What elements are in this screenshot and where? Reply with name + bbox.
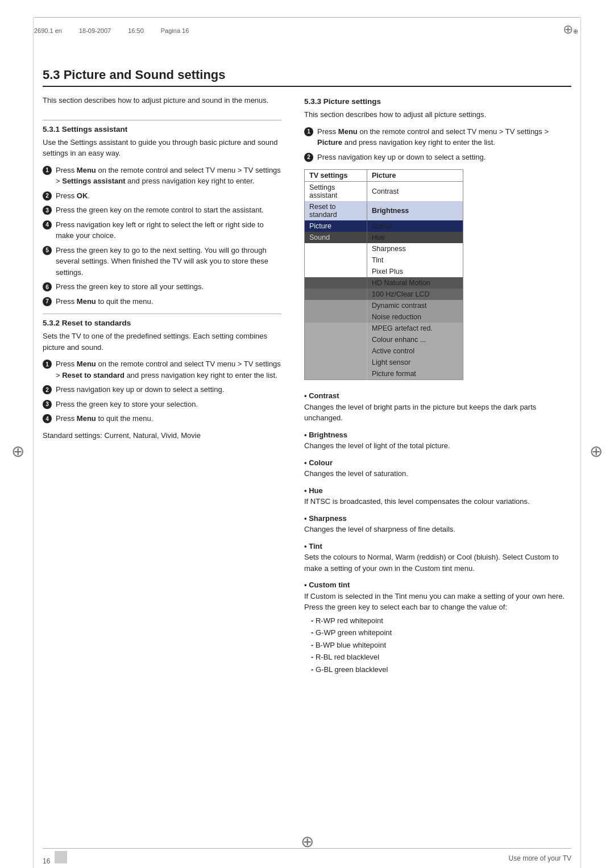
tv-menu-cell: Brightness [367, 201, 463, 220]
tv-menu-cell: MPEG artefact red. [367, 323, 463, 334]
footer: 16 Use more of your TV [0, 851, 614, 865]
table-row: Noise reduction [305, 311, 463, 323]
tv-menu-cell [305, 323, 367, 334]
tv-menu-cell: Sound [305, 232, 367, 243]
step-text-531-1: Press Menu on the remote control and sel… [56, 165, 281, 187]
left-crosshair-icon: ⊕ [11, 442, 24, 461]
table-row: Pixel Plus [305, 266, 463, 277]
doc-time: 16:50 [128, 27, 144, 34]
table-row: Light sensor [305, 357, 463, 368]
left-margin [33, 17, 34, 868]
step-text-531-2: Press OK. [56, 190, 281, 202]
table-row: Picture Colour [305, 220, 463, 232]
step-text-531-6: Press the green key to store all your se… [56, 281, 281, 293]
table-row: Colour enhanc ... [305, 334, 463, 345]
tv-menu-table: TV settings Picture Settings assistant C… [304, 169, 463, 380]
step-num-532-3: 3 [43, 400, 52, 409]
subsection-533-title: 5.3.3 Picture settings [304, 97, 571, 106]
step-num-7: 7 [43, 297, 52, 306]
content-area: 5.3 Picture and Sound settings This sect… [43, 39, 571, 681]
tv-menu-cell: Light sensor [367, 357, 463, 368]
bullet-hue: Hue If NTSC is broadcasted, this level c… [304, 485, 571, 507]
step-text-531-4: Press navigation key left or right to se… [56, 219, 281, 241]
step-num-1: 1 [43, 166, 52, 175]
tv-menu-cell [305, 357, 367, 368]
custom-tint-subitems: R-WP red whitepoint G-WP green whitepoin… [304, 615, 571, 675]
section-intro: This section describes how to adjust pic… [43, 95, 281, 106]
bullet-brightness: Brightness Changes the level of light of… [304, 429, 571, 452]
tv-menu-cell: Picture format [367, 368, 463, 380]
tv-menu-cell [305, 368, 367, 380]
bullet-desc-tint: Sets the colours to Normal, Warm (reddis… [304, 553, 558, 573]
table-row: Active control [305, 345, 463, 357]
table-row: Dynamic contrast [305, 300, 463, 311]
tv-menu-cell: Pixel Plus [367, 266, 463, 277]
step-num-4: 4 [43, 220, 52, 229]
tv-menu-cell: Dynamic contrast [367, 300, 463, 311]
bullet-term-contrast: Contrast [309, 391, 339, 400]
tv-menu-cell: Contrast [367, 182, 463, 202]
sub-bullet-gwp: G-WP green whitepoint [311, 627, 571, 639]
bullet-desc-hue: If NTSC is broadcasted, this level compe… [304, 497, 530, 506]
top-bar-text: 2690.1 en 18-09-2007 16:50 Pagina 16 [34, 27, 189, 34]
steps-531: 1 Press Menu on the remote control and s… [43, 165, 281, 307]
bullet-term-hue: Hue [309, 486, 323, 495]
bullet-desc-contrast: Changes the level of bright parts in the… [304, 403, 536, 423]
right-margin [580, 17, 581, 868]
table-header-row: TV settings Picture [305, 170, 463, 182]
divider-531 [43, 120, 281, 120]
top-crosshair-icon: ⊕ [563, 22, 580, 39]
subsection-531-intro: Use the Settings assistant to guide you … [43, 137, 281, 159]
step-532-3: 3 Press the green key to store your sele… [43, 399, 281, 410]
doc-date: 18-09-2007 [79, 27, 111, 34]
subsection-531-title: 5.3.1 Settings assistant [43, 125, 281, 133]
table-row: Sharpness [305, 243, 463, 254]
tv-menu-cell: Hue [367, 232, 463, 243]
subsection-532-title: 5.3.2 Reset to standards [43, 319, 281, 327]
top-bar: 2690.1 en 18-09-2007 16:50 Pagina 16 ⊕ [34, 17, 580, 39]
step-531-4: 4 Press navigation key left or right to … [43, 219, 281, 241]
tv-menu-cell: 100 Hz/Clear LCD [367, 289, 463, 300]
doc-code: 2690.1 en [34, 27, 62, 34]
sub-bullet-bwp: B-WP blue whitepoint [311, 640, 571, 651]
table-row: Tint [305, 254, 463, 266]
tv-menu-cell [305, 300, 367, 311]
sub-bullet-gbl: G-BL green blacklevel [311, 664, 571, 675]
footer-right-text: Use more of your TV [509, 854, 571, 862]
table-row: HD Natural Motion [305, 277, 463, 289]
bullet-desc-custom-tint-2: Press the green key to select each bar t… [304, 603, 507, 611]
table-row: Reset to standard Brightness [305, 201, 463, 220]
bullet-term-colour: Colour [309, 458, 333, 467]
sub-bullet-rbl: R-BL red blacklevel [311, 652, 571, 663]
step-531-2: 2 Press OK. [43, 190, 281, 202]
tv-menu-cell [305, 311, 367, 323]
table-row: MPEG artefact red. [305, 323, 463, 334]
subsection-532-intro: Sets the TV to one of the predefined set… [43, 331, 281, 353]
tv-menu-cell [305, 243, 367, 254]
tv-menu-cell: Colour enhanc ... [367, 334, 463, 345]
tv-menu-cell [305, 277, 367, 289]
tv-menu-cell [305, 254, 367, 266]
step-text-532-3: Press the green key to store your select… [56, 399, 281, 410]
table-row: Settings assistant Contrast [305, 182, 463, 202]
tv-menu-cell [305, 345, 367, 357]
tv-menu-cell [305, 266, 367, 277]
tv-menu-cell: Sharpness [367, 243, 463, 254]
bullet-term-custom-tint: Custom tint [309, 581, 350, 589]
section-title: 5.3 Picture and Sound settings [43, 68, 571, 87]
left-column: This section describes how to adjust pic… [43, 95, 281, 681]
step-num-532-4: 4 [43, 414, 52, 423]
bullet-custom-tint: Custom tint If Custom is selected in the… [304, 579, 571, 675]
standards-text: Standard settings: Current, Natural, Viv… [43, 431, 281, 440]
bullet-term-sharpness: Sharpness [309, 514, 346, 523]
step-num-5: 5 [43, 246, 52, 255]
steps-532: 1 Press Menu on the remote control and s… [43, 358, 281, 424]
step-num-533-1: 1 [304, 127, 313, 136]
sub-bullet-rwp: R-WP red whitepoint [311, 615, 571, 627]
step-531-7: 7 Press Menu to quit the menu. [43, 296, 281, 307]
step-text-532-1: Press Menu on the remote control and sel… [56, 358, 281, 381]
bullet-contrast: Contrast Changes the level of bright par… [304, 390, 571, 424]
col2-header: Picture [367, 170, 463, 182]
tv-menu-cell: Noise reduction [367, 311, 463, 323]
bullet-tint: Tint Sets the colours to Normal, Warm (r… [304, 541, 571, 574]
